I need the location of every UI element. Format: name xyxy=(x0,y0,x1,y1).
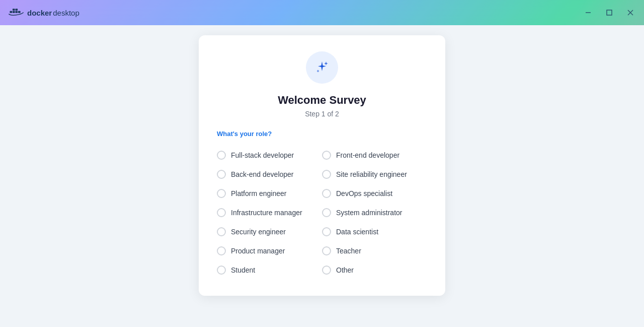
role-option[interactable]: DevOps specialist xyxy=(322,184,392,203)
role-option[interactable]: Student xyxy=(217,260,255,280)
window-controls xyxy=(583,7,636,18)
role-radio xyxy=(217,208,226,217)
role-label: Product manager xyxy=(231,247,285,255)
role-radio xyxy=(322,170,331,179)
roles-left-column: Full-stack developerBack-end developerPl… xyxy=(217,146,322,280)
role-label: Full-stack developer xyxy=(231,151,294,159)
role-option[interactable]: Infrastructure manager xyxy=(217,203,302,222)
role-option[interactable]: Platform engineer xyxy=(217,184,287,203)
app-content: Welcome Survey Step 1 of 2 What's your r… xyxy=(0,25,644,327)
app-logo: docker desktop xyxy=(8,7,79,18)
titlebar: docker desktop xyxy=(0,0,644,25)
role-label: DevOps specialist xyxy=(336,189,392,198)
svg-rect-3 xyxy=(13,9,15,11)
role-radio xyxy=(217,189,226,198)
role-label: Security engineer xyxy=(231,228,286,236)
role-option[interactable]: Product manager xyxy=(217,241,285,260)
survey-icon-circle xyxy=(306,51,338,84)
roles-right-column: Front-end developerSite reliability engi… xyxy=(322,146,427,280)
brand-name: docker desktop xyxy=(27,9,79,17)
roles-grid: Full-stack developerBack-end developerPl… xyxy=(217,146,427,280)
survey-step: Step 1 of 2 xyxy=(217,110,427,118)
role-option[interactable]: Back-end developer xyxy=(217,165,294,184)
role-radio xyxy=(322,227,331,236)
role-label: Infrastructure manager xyxy=(231,209,302,217)
svg-rect-2 xyxy=(15,11,18,13)
svg-rect-1 xyxy=(13,11,15,13)
role-label: Platform engineer xyxy=(231,189,287,198)
role-option[interactable]: Teacher xyxy=(322,241,361,260)
role-option[interactable]: Data scientist xyxy=(322,222,378,241)
close-button[interactable] xyxy=(625,7,636,18)
svg-rect-4 xyxy=(15,9,18,11)
role-question: What's your role? xyxy=(217,130,427,138)
survey-icon-wrapper xyxy=(217,51,427,84)
role-radio xyxy=(217,151,226,160)
survey-title: Welcome Survey xyxy=(217,94,427,107)
role-option[interactable]: Other xyxy=(322,260,354,280)
role-radio xyxy=(322,189,331,198)
role-radio xyxy=(217,170,226,179)
role-radio xyxy=(322,246,331,255)
role-label: Data scientist xyxy=(336,228,378,236)
role-radio xyxy=(217,246,226,255)
role-option[interactable]: Security engineer xyxy=(217,222,286,241)
svg-rect-0 xyxy=(10,11,12,13)
role-radio xyxy=(322,151,331,160)
survey-card: Welcome Survey Step 1 of 2 What's your r… xyxy=(199,35,445,296)
docker-whale-icon xyxy=(8,7,24,18)
role-label: Teacher xyxy=(336,247,361,255)
role-label: System administrator xyxy=(336,209,402,217)
role-radio xyxy=(217,266,226,275)
role-option[interactable]: Full-stack developer xyxy=(217,146,294,165)
role-option[interactable]: System administrator xyxy=(322,203,402,222)
role-label: Student xyxy=(231,266,255,274)
role-label: Other xyxy=(336,266,354,274)
role-radio xyxy=(322,266,331,275)
role-label: Back-end developer xyxy=(231,170,294,178)
svg-rect-5 xyxy=(18,11,21,13)
sparkles-icon xyxy=(314,59,330,76)
role-radio xyxy=(322,208,331,217)
svg-rect-7 xyxy=(607,10,612,15)
role-label: Front-end developer xyxy=(336,151,399,159)
role-option[interactable]: Front-end developer xyxy=(322,146,399,165)
minimize-button[interactable] xyxy=(583,7,594,18)
role-label: Site reliability engineer xyxy=(336,170,407,178)
maximize-button[interactable] xyxy=(604,7,615,18)
role-radio xyxy=(217,227,226,236)
role-option[interactable]: Site reliability engineer xyxy=(322,165,407,184)
